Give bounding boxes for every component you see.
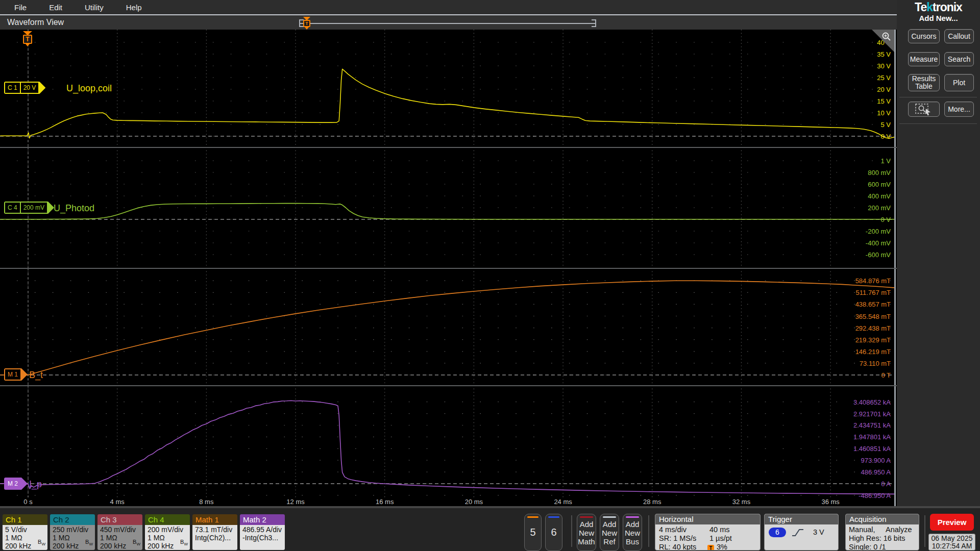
more-button[interactable]: More... xyxy=(944,102,974,117)
sidebar-button-results-table[interactable]: Results Table xyxy=(908,74,940,91)
axis-tick-label: 486.950 A xyxy=(861,468,891,476)
channel-flag-ch4[interactable]: C 4200 mV xyxy=(4,202,54,214)
axis-tick-label: 200 mV xyxy=(868,204,891,212)
horizontal-panel-title: Horizontal xyxy=(655,514,760,524)
trigger-level: 3 V xyxy=(813,528,824,536)
time-tick-label: 24 ms xyxy=(554,498,572,506)
channel-badge-math2[interactable]: Math 2486.95 A/div-Intg(Ch3... xyxy=(240,514,285,550)
add-new-math-button[interactable]: AddNewMath xyxy=(577,514,596,551)
slot-color-strip xyxy=(527,516,538,518)
trigger-panel[interactable]: Trigger 6 3 V xyxy=(764,514,839,550)
channel-badge-header: Ch 1 xyxy=(3,514,47,525)
plot-math1: 584.876 mT511.767 mT438.657 mT365.548 mT… xyxy=(0,268,897,385)
menu-bar: FileEditUtilityHelp xyxy=(0,0,897,14)
trigger-tail-icon xyxy=(26,44,30,46)
time-tick-label: 8 ms xyxy=(199,498,213,506)
axis-tick-label: 973.900 A xyxy=(861,457,891,464)
trace-math2 xyxy=(0,400,895,494)
channel-badge-ch4[interactable]: Ch 4200 mV/div1 MΩ200 kHzBW xyxy=(145,514,190,550)
waveform-view-title: Waveform View xyxy=(7,18,64,27)
slot-color-strip xyxy=(626,516,639,518)
bottombar-divider xyxy=(924,515,925,547)
acquisition-panel[interactable]: Acquisition Manual, Analyze High Res: 16… xyxy=(845,514,919,550)
sidebar-button-search[interactable]: Search xyxy=(944,52,974,66)
horizontal-panel[interactable]: Horizontal 4 ms/div 40 ms SR: 1 MS/s 1 µ… xyxy=(655,514,761,550)
waveform-slot-button-5[interactable]: 5 xyxy=(524,514,542,551)
channel-flag-ch1[interactable]: C 120 V xyxy=(4,82,45,94)
waveform-label-math2[interactable]: I_p xyxy=(29,479,42,490)
plot-math2: 3.408652 kA2.921701 kA2.434751 kA1.94780… xyxy=(0,385,897,497)
axis-tick-label: 3.408652 kA xyxy=(853,398,891,406)
trigger-position-marker[interactable]: T xyxy=(303,17,310,30)
sidebar-button-callout[interactable]: Callout xyxy=(944,29,974,43)
axis-tick-label: 0 V xyxy=(880,133,891,140)
time-resolution: 1 µs/pt xyxy=(709,534,732,542)
bottombar-divider xyxy=(571,515,572,547)
sample-rate: SR: 1 MS/s xyxy=(659,534,696,542)
right-sidebar: Tektronix Add New... CursorsCalloutMeasu… xyxy=(897,0,980,506)
trigger-t-icon: T xyxy=(303,20,310,27)
axis-tick-label: 438.657 mT xyxy=(855,300,891,308)
time-tick-label: 36 ms xyxy=(821,498,839,506)
trigger-panel-title: Trigger xyxy=(765,514,838,524)
time-tick-label: 4 ms xyxy=(110,498,125,506)
channel-badge-body: 250 mV/div1 MΩ200 kHzBW xyxy=(50,525,95,550)
position-line xyxy=(300,23,595,24)
trigger-tail-icon xyxy=(305,27,309,30)
axis-tick-label: 1 V xyxy=(880,157,891,165)
channel-impedance: -Intg(Ch3... xyxy=(242,534,283,542)
sidebar-divider xyxy=(899,123,977,124)
waveform-label-ch4[interactable]: U_Photod xyxy=(54,203,94,214)
acquisition-panel-title: Acquisition xyxy=(846,514,919,524)
waveform-label-ch1[interactable]: U_loop,coil xyxy=(66,83,112,94)
plot-ch4: 1 V800 mV600 mV400 mV200 mV0 V-200 mV-40… xyxy=(0,147,897,268)
channel-badge-ch2[interactable]: Ch 2250 mV/div1 MΩ200 kHzBW xyxy=(50,514,95,550)
channel-badge-body: 5 V/div1 MΩ200 kHzBW xyxy=(3,525,47,550)
horizontal-window: 40 ms xyxy=(709,525,730,534)
sidebar-button-cursors[interactable]: Cursors xyxy=(908,29,940,43)
trigger-t-icon: T xyxy=(707,545,714,550)
channel-badge-ch1[interactable]: Ch 15 V/div1 MΩ200 kHzBW xyxy=(3,514,47,550)
channel-badge-body: 486.95 A/div-Intg(Ch3... xyxy=(240,525,285,550)
waveform-label-math1[interactable]: B_t xyxy=(29,370,43,381)
datetime-display: 06 May 2025 10:27:54 AM xyxy=(928,534,975,550)
add-new-bus-button[interactable]: AddNewBus xyxy=(623,514,642,551)
bandwidth-limit-icon: BW xyxy=(38,538,45,548)
axis-tick-label: -400 mV xyxy=(866,239,891,247)
horizontal-position-indicator[interactable]: T xyxy=(299,19,596,28)
trace-math1 xyxy=(0,281,895,375)
time-tick-label: 0 s xyxy=(23,498,32,506)
axis-tick-label: 0 V xyxy=(880,216,891,223)
sidebar-button-plot[interactable]: Plot xyxy=(944,74,974,91)
channel-flag-text: M 2 xyxy=(5,479,20,489)
waveform-slot-button-6[interactable]: 6 xyxy=(545,514,562,551)
menu-item-edit[interactable]: Edit xyxy=(49,3,62,12)
channel-badge-math1[interactable]: Math 173.1 mT/divIntg(Ch2)... xyxy=(192,514,237,550)
axis-tick-label: 800 mV xyxy=(868,169,891,177)
bottombar-divider xyxy=(648,515,649,547)
axis-tick-label: 10 V xyxy=(877,109,891,117)
zoom-select-button[interactable] xyxy=(908,102,940,117)
add-new-ref-button[interactable]: AddNewRef xyxy=(600,514,619,551)
axis-tick-label: 30 V xyxy=(877,62,891,70)
menu-item-utility[interactable]: Utility xyxy=(85,3,104,12)
channel-badge-header: Ch 2 xyxy=(50,514,95,525)
menu-item-help[interactable]: Help xyxy=(126,3,142,12)
channel-scale: 73.1 mT/div xyxy=(195,525,235,534)
axis-tick-label: 400 mV xyxy=(868,192,891,200)
menu-item-file[interactable]: File xyxy=(14,3,27,12)
channel-badge-body: 450 mV/div1 MΩ200 kHzBW xyxy=(97,525,142,550)
axis-tick-label: 1.947801 kA xyxy=(853,433,891,441)
time-tick-label: 20 ms xyxy=(465,498,483,506)
channel-scale: 450 mV/div xyxy=(100,525,140,534)
trigger-time-flag[interactable]: T xyxy=(23,31,32,46)
rising-edge-icon xyxy=(791,528,804,537)
preview-button[interactable]: Preview xyxy=(930,514,974,531)
sidebar-button-measure[interactable]: Measure xyxy=(908,52,940,66)
channel-badge-ch3[interactable]: Ch 3450 mV/div1 MΩ200 kHzBW xyxy=(97,514,142,550)
date-value: 06 May 2025 xyxy=(929,535,975,542)
plot-separator xyxy=(0,147,897,148)
channel-flag-text: C 1 xyxy=(5,83,20,93)
time-tick-label: 16 ms xyxy=(376,498,394,506)
time-value: 10:27:54 AM xyxy=(929,542,975,550)
